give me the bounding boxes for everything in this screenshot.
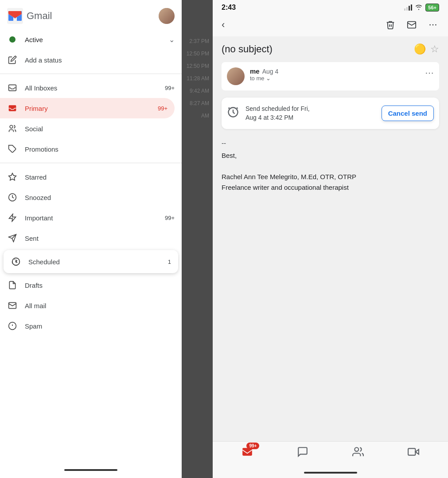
- home-indicator-right: [304, 472, 357, 474]
- scheduled-icon: [11, 256, 21, 267]
- nav-video-button[interactable]: [408, 446, 419, 458]
- email-subject: (no subject): [222, 43, 409, 55]
- sidebar-item-promotions[interactable]: Promotions: [0, 139, 182, 159]
- svg-point-4: [10, 125, 13, 129]
- mark-read-button[interactable]: [404, 17, 420, 33]
- starred-icon: [7, 172, 18, 182]
- gmail-logo-icon: [7, 8, 23, 24]
- status-icons: 56+: [404, 4, 439, 12]
- sidebar-item-sent[interactable]: Sent: [0, 228, 182, 248]
- spam-icon: [7, 321, 18, 331]
- scheduled-line1: Send scheduled for Fri,: [245, 105, 310, 112]
- user-avatar[interactable]: [159, 8, 175, 24]
- promotions-icon: [7, 144, 18, 154]
- snoozed-label: Snoozed: [25, 194, 175, 201]
- svg-point-20: [432, 24, 434, 26]
- signal-bars-icon: [404, 4, 412, 11]
- svg-marker-8: [9, 214, 16, 222]
- svg-rect-26: [408, 448, 415, 455]
- scheduled-clock-icon: [227, 106, 239, 121]
- sidebar-item-add-status[interactable]: Add a status: [0, 50, 182, 70]
- sidebar: Gmail Active ⌄ Add a status: [0, 0, 182, 478]
- email-best: Best,: [222, 150, 439, 161]
- more-options-button[interactable]: [425, 17, 441, 33]
- meta-info: me Aug 4 to me ⌄: [250, 67, 420, 82]
- important-badge: 99+: [165, 215, 175, 221]
- primary-label: Primary: [25, 105, 151, 112]
- svg-point-21: [435, 24, 436, 26]
- to-label: to me: [250, 75, 265, 82]
- email-dash: --: [222, 138, 439, 149]
- email-body: -- Best, Rachel Ann Tee Melegrito, M.Ed,…: [222, 138, 439, 193]
- mail-nav-badge: 99+: [246, 443, 259, 449]
- svg-marker-6: [9, 173, 16, 180]
- all-mail-label: All mail: [25, 302, 175, 310]
- gmail-logo: Gmail: [7, 8, 52, 24]
- email-toolbar: ‹: [213, 13, 448, 36]
- status-time: 2:43: [222, 4, 236, 12]
- signal-bar-2: [406, 7, 408, 11]
- nav-chat-button[interactable]: [297, 446, 308, 458]
- email-sig-line2: Freelance writer and occupational therap…: [222, 182, 439, 193]
- right-panel: 2:43 56+ ‹ (no: [213, 0, 448, 478]
- divider-2: [0, 163, 182, 163]
- sent-icon: [7, 233, 18, 243]
- divider-1: [0, 74, 182, 74]
- sidebar-item-all-mail[interactable]: All mail: [0, 295, 182, 316]
- all-mail-icon: [7, 300, 18, 311]
- sent-label: Sent: [25, 235, 175, 242]
- all-inboxes-badge: 99+: [165, 85, 175, 91]
- left-panel: 2:37 PM 12:50 PM 12:50 PM 11:28 AM 9:42 …: [0, 0, 213, 478]
- important-label: Important: [25, 214, 158, 222]
- starred-label: Starred: [25, 173, 175, 181]
- important-icon: [7, 212, 18, 223]
- svg-marker-25: [415, 450, 419, 454]
- add-status-label: Add a status: [25, 56, 175, 64]
- all-inboxes-label: All Inboxes: [25, 84, 158, 92]
- star-button[interactable]: ☆: [430, 43, 439, 55]
- active-status-icon: [7, 34, 18, 45]
- svg-point-24: [355, 447, 358, 451]
- sidebar-item-social[interactable]: Social: [0, 118, 182, 139]
- to-row[interactable]: to me ⌄: [250, 75, 420, 82]
- sender-avatar: [227, 67, 245, 85]
- pencil-icon: [7, 55, 18, 65]
- primary-inbox-icon: [7, 103, 18, 114]
- drafts-icon: [7, 280, 18, 290]
- sidebar-item-spam[interactable]: Spam: [0, 316, 182, 336]
- sidebar-item-active[interactable]: Active ⌄: [0, 29, 182, 50]
- wifi-icon: [415, 4, 423, 12]
- nav-mail-button[interactable]: 99+: [242, 446, 253, 458]
- sidebar-item-primary[interactable]: Primary 99+: [0, 98, 175, 118]
- sidebar-item-all-inboxes[interactable]: All Inboxes 99+: [0, 78, 182, 98]
- avatar-image: [159, 8, 175, 24]
- sidebar-item-drafts[interactable]: Drafts: [0, 275, 182, 295]
- email-more-button[interactable]: ⋯: [425, 67, 434, 78]
- app-title: Gmail: [27, 10, 52, 22]
- email-meta: me Aug 4 to me ⌄ ⋯: [222, 62, 439, 90]
- social-icon: [7, 123, 18, 134]
- signal-bar-1: [404, 8, 405, 11]
- sidebar-item-important[interactable]: Important 99+: [0, 208, 182, 228]
- nav-meet-button[interactable]: [352, 446, 364, 458]
- signal-bar-3: [409, 6, 410, 11]
- drafts-label: Drafts: [25, 282, 175, 289]
- primary-badge: 99+: [158, 105, 168, 112]
- delete-button[interactable]: [382, 17, 398, 33]
- all-inboxes-icon: [7, 82, 18, 93]
- status-bar: 2:43 56+: [213, 0, 448, 13]
- to-chevron-icon: ⌄: [266, 75, 271, 82]
- sidebar-item-scheduled[interactable]: Scheduled 1: [4, 250, 178, 273]
- cancel-send-button[interactable]: Cancel send: [382, 106, 434, 121]
- sidebar-item-starred[interactable]: Starred: [0, 167, 182, 187]
- active-label: Active: [25, 36, 162, 43]
- sidebar-item-snoozed[interactable]: Snoozed: [0, 187, 182, 208]
- back-button[interactable]: ‹: [220, 17, 226, 32]
- send-date: Aug 4: [262, 68, 279, 75]
- chevron-down-icon: ⌄: [169, 35, 175, 44]
- bottom-nav: 99+: [213, 441, 448, 466]
- snoozed-icon: [7, 192, 18, 203]
- battery-icon: 56+: [425, 4, 439, 12]
- scheduled-banner: Send scheduled for Fri, Aug 4 at 3:42 PM…: [222, 98, 439, 129]
- scheduled-label: Scheduled: [28, 258, 161, 266]
